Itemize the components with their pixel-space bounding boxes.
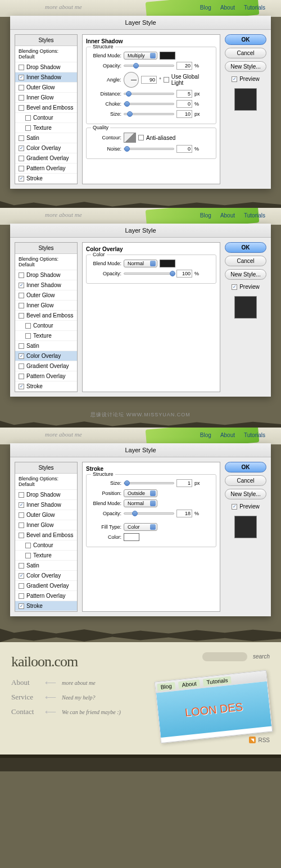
style-item-texture[interactable]: Texture [15,331,77,341]
size-input[interactable]: 1 [176,479,192,487]
distance-slider[interactable] [124,93,174,95]
style-checkbox[interactable] [19,533,24,538]
style-checkbox[interactable] [19,313,24,319]
style-item-bevel-and-emboss[interactable]: Bevel and Emboss [15,103,77,113]
style-checkbox[interactable] [19,293,24,298]
style-checkbox[interactable] [25,125,31,131]
preview-checkbox[interactable] [232,504,237,510]
choke-slider[interactable] [124,103,174,105]
style-checkbox[interactable] [19,384,24,389]
style-checkbox[interactable] [19,283,24,288]
contour-picker[interactable] [124,133,136,143]
style-checkbox[interactable] [19,146,24,151]
global-light-checkbox[interactable] [164,77,169,83]
style-checkbox[interactable] [19,135,24,141]
blend-mode-select[interactable]: Normal [124,260,157,267]
style-item-gradient-overlay[interactable]: Gradient Overlay [15,581,77,591]
stroke-color-swatch[interactable] [124,533,139,541]
blend-mode-select[interactable]: Multiply [124,52,157,60]
blend-mode-select[interactable]: Normal [124,499,157,507]
style-item-stroke[interactable]: Stroke [15,601,77,611]
choke-input[interactable]: 0 [176,100,192,108]
style-checkbox[interactable] [19,85,24,90]
style-item-pattern-overlay[interactable]: Pattern Overlay [15,371,77,381]
ok-button[interactable]: OK [225,34,266,45]
style-item-bevel-and-emboss[interactable]: Bevel and Emboss [15,311,77,321]
style-item-drop-shadow[interactable]: Drop Shadow [15,62,77,72]
opacity-input[interactable]: 18 [176,510,192,517]
style-checkbox[interactable] [25,543,31,548]
style-checkbox[interactable] [19,156,24,161]
style-checkbox[interactable] [19,65,24,70]
overlay-color-swatch[interactable] [160,260,175,267]
ok-button[interactable]: OK [225,242,266,253]
size-input[interactable]: 10 [176,110,192,118]
style-checkbox[interactable] [25,323,31,329]
opacity-input[interactable]: 100 [176,270,192,278]
styles-header[interactable]: Styles [15,35,77,46]
style-item-color-overlay[interactable]: Color Overlay [15,571,77,581]
style-item-inner-shadow[interactable]: Inner Shadow [15,500,77,510]
style-checkbox[interactable] [19,583,24,589]
style-checkbox[interactable] [19,502,24,508]
style-item-inner-glow[interactable]: Inner Glow [15,520,77,530]
size-slider[interactable] [124,113,174,115]
style-checkbox[interactable] [19,303,24,308]
shadow-color-swatch[interactable] [160,52,175,60]
style-checkbox[interactable] [25,553,31,558]
style-checkbox[interactable] [19,603,24,609]
styles-header[interactable]: Styles [15,243,77,254]
style-item-color-overlay[interactable]: Color Overlay [15,143,77,153]
style-item-bevel-and-emboss[interactable]: Bevel and Emboss [15,530,77,540]
noise-input[interactable]: 0 [176,145,192,153]
style-item-satin[interactable]: Satin [15,561,77,571]
opacity-slider[interactable] [124,512,174,515]
style-item-drop-shadow[interactable]: Drop Shadow [15,490,77,500]
style-item-pattern-overlay[interactable]: Pattern Overlay [15,163,77,174]
style-item-contour[interactable]: Contour [15,540,77,551]
size-slider[interactable] [124,482,174,484]
style-checkbox[interactable] [25,115,31,121]
anti-aliased-checkbox[interactable] [138,135,144,140]
new-style-button[interactable]: New Style... [225,61,266,72]
angle-dial[interactable] [124,72,139,88]
style-item-outer-glow[interactable]: Outer Glow [15,83,77,93]
style-checkbox[interactable] [25,333,31,339]
style-checkbox[interactable] [19,573,24,579]
blending-options[interactable]: Blending Options: Default [15,474,77,490]
style-item-contour[interactable]: Contour [15,113,77,123]
position-select[interactable]: Outside [124,489,157,497]
styles-header[interactable]: Styles [15,462,77,474]
style-item-texture[interactable]: Texture [15,551,77,561]
style-item-inner-shadow[interactable]: Inner Shadow [15,280,77,290]
fill-type-select[interactable]: Color [124,523,157,531]
style-checkbox[interactable] [19,353,24,359]
cancel-button[interactable]: Cancel [225,256,266,266]
preview-checkbox[interactable] [232,284,237,290]
rss-link[interactable]: ◥ RSS [249,737,270,743]
style-checkbox[interactable] [19,343,24,349]
style-checkbox[interactable] [19,522,24,528]
cancel-button[interactable]: Cancel [225,475,266,486]
style-checkbox[interactable] [19,95,24,101]
style-item-inner-glow[interactable]: Inner Glow [15,301,77,311]
style-item-stroke[interactable]: Stroke [15,381,77,392]
style-item-contour[interactable]: Contour [15,321,77,331]
angle-input[interactable]: 90 [141,76,157,84]
style-item-inner-shadow[interactable]: Inner Shadow [15,72,77,83]
style-item-outer-glow[interactable]: Outer Glow [15,510,77,520]
style-checkbox[interactable] [19,593,24,599]
style-item-gradient-overlay[interactable]: Gradient Overlay [15,361,77,371]
style-checkbox[interactable] [19,563,24,569]
blending-options[interactable]: Blending Options: Default [15,254,77,270]
distance-input[interactable]: 5 [176,90,192,98]
blending-options[interactable]: Blending Options: Default [15,46,77,62]
cancel-button[interactable]: Cancel [225,48,266,58]
style-item-color-overlay[interactable]: Color Overlay [15,351,77,361]
style-checkbox[interactable] [19,363,24,369]
style-checkbox[interactable] [19,105,24,111]
preview-checkbox[interactable] [232,76,237,82]
opacity-slider[interactable] [124,272,174,275]
ok-button[interactable]: OK [225,462,266,472]
style-checkbox[interactable] [19,492,24,498]
